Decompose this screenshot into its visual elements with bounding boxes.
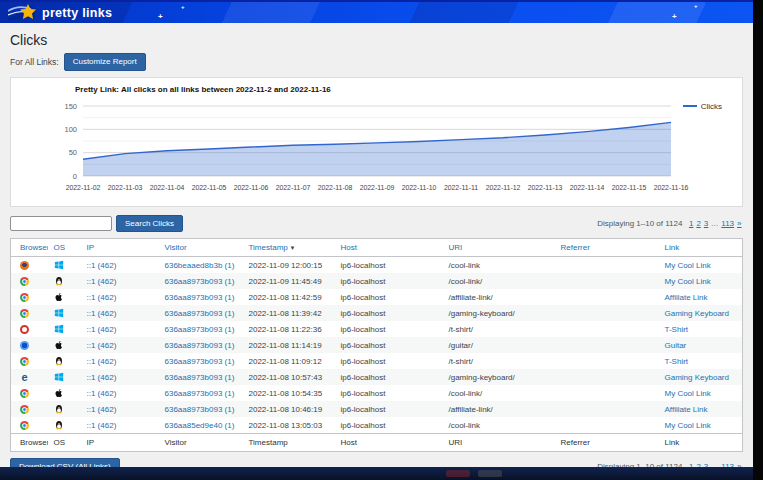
ip-link[interactable]: ::1 (462): [87, 325, 117, 334]
legend-label: Clicks: [701, 102, 722, 111]
timestamp-value: 2022-11-08 11:14:19: [249, 341, 322, 350]
column-header-referrer[interactable]: Referrer: [555, 239, 659, 257]
uri-cell: /gaming-keyboard/: [443, 369, 555, 385]
column-label: Link: [665, 438, 680, 447]
timestamp-cell: 2022-11-09 11:45:49: [243, 273, 335, 289]
column-header-browser[interactable]: Browser: [11, 239, 48, 257]
visitor-link[interactable]: 636aa8973b093 (1): [165, 325, 235, 334]
svg-text:2022-11-13: 2022-11-13: [528, 184, 563, 191]
pretty-link-name[interactable]: My Cool Link: [665, 261, 711, 270]
sort-desc-icon: ▼: [288, 245, 296, 251]
column-header-host[interactable]: Host: [335, 239, 443, 257]
ip-link[interactable]: ::1 (462): [87, 405, 117, 414]
search-clicks-button[interactable]: Search Clicks: [116, 215, 183, 233]
referrer-cell: [555, 289, 659, 305]
visitor-cell: 636aa8973b093 (1): [159, 401, 243, 417]
pretty-link-name[interactable]: Guitar: [665, 341, 687, 350]
table-header: BrowserOSIPVisitorTimestamp ▼HostURIRefe…: [11, 239, 743, 257]
svg-text:2022-11-03: 2022-11-03: [108, 184, 143, 191]
timestamp-value: 2022-11-08 10:54:35: [249, 389, 323, 398]
table-footer: BrowserOSIPVisitorTimestampHostURIReferr…: [11, 434, 743, 452]
pagination-page-3[interactable]: 3: [704, 219, 708, 228]
ip-link[interactable]: ::1 (462): [87, 421, 117, 430]
visitor-link[interactable]: 636aa85ed9e40 (1): [165, 421, 235, 430]
pretty-link-name[interactable]: My Cool Link: [665, 421, 711, 430]
pagination-page-2[interactable]: 2: [696, 219, 700, 228]
visitor-link[interactable]: 636aa8973b093 (1): [165, 389, 235, 398]
pretty-links-logo[interactable]: pretty links: [8, 3, 112, 23]
referrer-cell: [555, 385, 659, 401]
pagination-summary: Displaying 1–10 of 1124: [597, 219, 682, 228]
pretty-link-name[interactable]: Gaming Keyboard: [665, 309, 729, 318]
host-value: ip6-localhost: [341, 405, 386, 414]
column-label: Referrer: [561, 438, 590, 447]
column-header-link[interactable]: Link: [659, 239, 743, 257]
column-header-uri[interactable]: URI: [443, 239, 555, 257]
visitor-link[interactable]: 636aa8973b093 (1): [165, 357, 235, 366]
pretty-link-name[interactable]: Affiliate Link: [665, 293, 708, 302]
column-header-link: Link: [659, 434, 743, 452]
pretty-link-name[interactable]: My Cool Link: [665, 389, 711, 398]
svg-text:2022-11-04: 2022-11-04: [150, 184, 185, 191]
click-row: ::1 (462)636beaaed8b3b (1)2022-11-09 12:…: [11, 257, 743, 274]
host-cell: ip6-localhost: [335, 305, 443, 321]
visitor-link[interactable]: 636aa8973b093 (1): [165, 277, 235, 286]
visitor-link[interactable]: 636aa8973b093 (1): [165, 373, 235, 382]
timestamp-value: 2022-11-08 11:42:59: [249, 293, 322, 302]
pretty-link-name[interactable]: My Cool Link: [665, 277, 711, 286]
column-label: Host: [341, 243, 357, 252]
taskbar-item: [446, 470, 470, 477]
click-row: ::1 (462)636aa8973b093 (1)2022-11-09 11:…: [11, 273, 743, 289]
os-cell: [48, 353, 81, 369]
ip-link[interactable]: ::1 (462): [87, 277, 117, 286]
filter-row: For All Links: Customize Report: [10, 53, 743, 71]
pretty-link-name[interactable]: T-Shirt: [665, 357, 689, 366]
ip-link[interactable]: ::1 (462): [87, 309, 117, 318]
ip-link[interactable]: ::1 (462): [87, 293, 117, 302]
visitor-link[interactable]: 636aa8973b093 (1): [165, 341, 235, 350]
chrome-browser-icon: [20, 421, 29, 430]
uri-value: /t-shirt/: [449, 325, 473, 334]
ip-link[interactable]: ::1 (462): [87, 341, 117, 350]
column-header-os[interactable]: OS: [48, 239, 81, 257]
visitor-link[interactable]: 636aa8973b093 (1): [165, 293, 235, 302]
pretty-link-name[interactable]: Gaming Keyboard: [665, 373, 729, 382]
host-cell: ip6-localhost: [335, 353, 443, 369]
link-cell: T-Shirt: [659, 353, 743, 369]
column-header-host: Host: [335, 434, 443, 452]
toolbar-row: Search Clicks Displaying 1–10 of 1124123…: [10, 215, 743, 233]
ip-link[interactable]: ::1 (462): [87, 261, 117, 270]
pretty-link-name[interactable]: Affiliate Link: [665, 405, 708, 414]
visitor-link[interactable]: 636aa8973b093 (1): [165, 405, 235, 414]
timestamp-cell: 2022-11-08 10:54:35: [243, 385, 335, 401]
host-cell: ip6-localhost: [335, 417, 443, 434]
column-header-timestamp[interactable]: Timestamp ▼: [243, 239, 335, 257]
column-label: Visitor: [165, 438, 187, 447]
column-header-visitor[interactable]: Visitor: [159, 239, 243, 257]
timestamp-value: 2022-11-08 13:05:03: [249, 421, 323, 430]
uri-cell: /t-shirt/: [443, 353, 555, 369]
visitor-link[interactable]: 636aa8973b093 (1): [165, 309, 235, 318]
chrome-browser-icon: [20, 357, 29, 366]
pagination-page-113[interactable]: 113: [721, 219, 734, 228]
ip-link[interactable]: ::1 (462): [87, 389, 117, 398]
referrer-cell: [555, 369, 659, 385]
search-input[interactable]: [10, 216, 112, 231]
visitor-link[interactable]: 636beaaed8b3b (1): [165, 261, 235, 270]
ip-cell: ::1 (462): [81, 305, 159, 321]
os-cell: [48, 273, 81, 289]
column-header-ip[interactable]: IP: [81, 239, 159, 257]
uri-value: /cool-link/: [449, 389, 483, 398]
customize-report-button[interactable]: Customize Report: [64, 53, 146, 71]
link-cell: Gaming Keyboard: [659, 305, 743, 321]
chrome-browser-icon: [20, 293, 29, 302]
pagination-page-1[interactable]: 1: [689, 219, 693, 228]
pretty-link-name[interactable]: T-Shirt: [665, 325, 689, 334]
pagination-next-link[interactable]: »: [737, 219, 741, 228]
apple-os-icon: [54, 388, 64, 398]
ip-link[interactable]: ::1 (462): [87, 373, 117, 382]
clicks-chart-panel: Pretty Link: All clicks on all links bet…: [10, 77, 743, 207]
ip-cell: ::1 (462): [81, 353, 159, 369]
ip-link[interactable]: ::1 (462): [87, 357, 117, 366]
visitor-cell: 636aa8973b093 (1): [159, 337, 243, 353]
